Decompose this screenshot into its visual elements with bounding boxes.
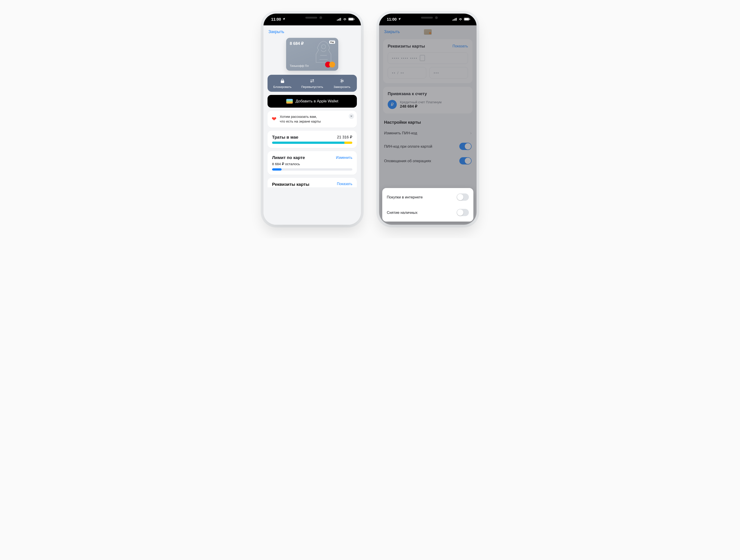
notch (405, 14, 451, 21)
svg-rect-13 (464, 18, 469, 20)
spending-bar (272, 141, 352, 144)
close-icon: ✕ (350, 114, 353, 118)
block-label: Блокировать (273, 85, 292, 89)
tip-close-button[interactable]: ✕ (349, 113, 354, 119)
online-purchases-row: Покупки в интернете (387, 189, 469, 205)
requisites-card-peek[interactable]: Реквизиты карты Показать (268, 178, 357, 187)
card-expiry-field[interactable]: •• / •• (388, 67, 426, 79)
mastercard-icon (325, 62, 335, 68)
location-icon (282, 17, 285, 22)
spending-amount: 21 316 ₽ (337, 135, 352, 139)
reissue-icon (310, 78, 315, 83)
ruble-icon: ₽ (388, 100, 397, 109)
nav-bar: Закрыть (263, 25, 361, 35)
svg-rect-8 (453, 20, 453, 21)
pin-on-pay-label: ПИН-код при оплате картой (384, 144, 432, 148)
limit-bar (272, 168, 352, 171)
bank-card[interactable]: 8 684 ₽ Pay Тинькофф Пл (286, 38, 338, 71)
limit-title: Лимит по карте (272, 155, 305, 160)
tip-text: Хотим рассказать вам, что есть на экране… (280, 114, 321, 124)
card-cvc-field[interactable]: ••• (430, 67, 468, 79)
cash-withdrawal-label: Снятие наличных (387, 210, 418, 215)
reissue-label: Перевыпустить (301, 85, 323, 89)
svg-rect-5 (349, 18, 353, 20)
svg-rect-2 (339, 18, 340, 21)
lock-icon (280, 78, 285, 83)
settings-title: Настройки карты (384, 120, 472, 125)
svg-rect-11 (456, 18, 457, 21)
freeze-label: Заморозить (334, 85, 350, 89)
card-product-name: Тинькофф Пл (290, 64, 309, 68)
masked-pan: •••• •••• •••• (392, 56, 418, 60)
requisites-title: Реквизиты карты (272, 182, 309, 187)
svg-rect-1 (338, 19, 339, 21)
wallet-label: Добавить в Apple Wallet (296, 99, 338, 104)
notifications-row: Оповещения об операциях (384, 153, 472, 168)
snowflake-icon (340, 78, 344, 83)
reissue-card-button[interactable]: Перевыпустить (297, 75, 327, 92)
card-settings-section: Настройки карты Изменить ПИН-код › ПИН-к… (379, 117, 477, 168)
change-pin-label: Изменить ПИН-код (384, 131, 417, 135)
add-to-wallet-button[interactable]: Добавить в Apple Wallet (268, 95, 357, 108)
svg-rect-14 (470, 19, 470, 20)
svg-rect-3 (340, 18, 341, 21)
requisites-card: Реквизиты карты Показать •••• •••• •••• … (383, 39, 472, 83)
chevron-right-icon: › (470, 131, 472, 135)
apple-pay-badge: Pay (329, 40, 335, 44)
spending-card[interactable]: Траты в мае 21 316 ₽ (268, 131, 357, 148)
online-purchases-toggle[interactable] (457, 194, 469, 201)
requisites-show-link[interactable]: Показать (453, 44, 468, 48)
status-time: 11:00 (387, 17, 396, 22)
change-pin-row[interactable]: Изменить ПИН-код › (384, 127, 472, 139)
cellular-icon (337, 17, 342, 22)
nav-bar: Закрыть (379, 25, 477, 35)
limit-remaining: 8 684 ₽ осталось (272, 162, 352, 166)
svg-rect-9 (454, 19, 454, 21)
cash-withdrawal-toggle[interactable] (457, 209, 469, 216)
svg-rect-0 (337, 20, 338, 21)
linked-account-card: Привязана к счету ₽ Кредитный счет Плати… (383, 87, 472, 113)
pin-on-pay-row: ПИН-код при оплате картой (384, 139, 472, 153)
notifications-toggle[interactable] (459, 157, 472, 164)
spending-title: Траты в мае (272, 135, 298, 140)
battery-icon (348, 17, 355, 22)
close-button[interactable]: Закрыть (384, 29, 400, 34)
screen-card-details: Закрыть 8 684 ₽ Pay Тинькофф Пл Блокиров… (263, 25, 361, 225)
tip-banner[interactable]: ❤ Хотим рассказать вам, что есть на экра… (268, 111, 357, 127)
requisites-show-link[interactable]: Показать (337, 182, 352, 187)
status-time: 11:00 (271, 17, 281, 22)
mini-card-icon (424, 29, 432, 35)
screen-card-settings: Закрыть Реквизиты карты Показать •••• ••… (379, 25, 477, 225)
apple-wallet-icon (286, 99, 293, 104)
limit-card[interactable]: Лимит по карте Изменить 8 684 ₽ осталось (268, 151, 357, 175)
linked-account-row[interactable]: ₽ Кредитный счет Платинум 248 684 ₽ (388, 100, 468, 109)
close-button[interactable]: Закрыть (268, 29, 284, 34)
svg-point-7 (321, 44, 326, 49)
online-purchases-label: Покупки в интернете (387, 195, 423, 199)
requisites-title: Реквизиты карты (388, 44, 425, 49)
block-card-button[interactable]: Блокировать (268, 75, 297, 92)
cellular-icon (453, 17, 457, 22)
wifi-icon (458, 17, 462, 22)
copy-icon[interactable] (421, 56, 421, 60)
svg-rect-10 (455, 18, 455, 21)
heart-icon: ❤ (272, 116, 277, 123)
battery-icon (464, 17, 470, 22)
limit-change-link[interactable]: Изменить (336, 156, 352, 160)
card-number-field[interactable]: •••• •••• •••• (388, 52, 468, 64)
wifi-icon (343, 17, 347, 22)
linked-title: Привязана к счету (388, 91, 468, 96)
card-actions-panel: Блокировать Перевыпустить Заморозить (268, 75, 357, 92)
phone-left: 11:00 Закрыть (263, 14, 361, 225)
bottom-sheet: Покупки в интернете Снятие наличных (382, 188, 473, 222)
notch (289, 14, 335, 21)
notifications-label: Оповещения об операциях (384, 159, 431, 163)
freeze-card-button[interactable]: Заморозить (327, 75, 357, 92)
phone-right: 11:00 Закрыть Реквизиты (379, 14, 477, 225)
cash-withdrawal-row: Снятие наличных (387, 205, 469, 220)
account-name: Кредитный счет Платинум (400, 100, 441, 104)
account-balance: 248 684 ₽ (400, 104, 441, 109)
pin-on-pay-toggle[interactable] (459, 143, 472, 150)
svg-rect-6 (354, 19, 355, 20)
location-icon (398, 17, 401, 22)
